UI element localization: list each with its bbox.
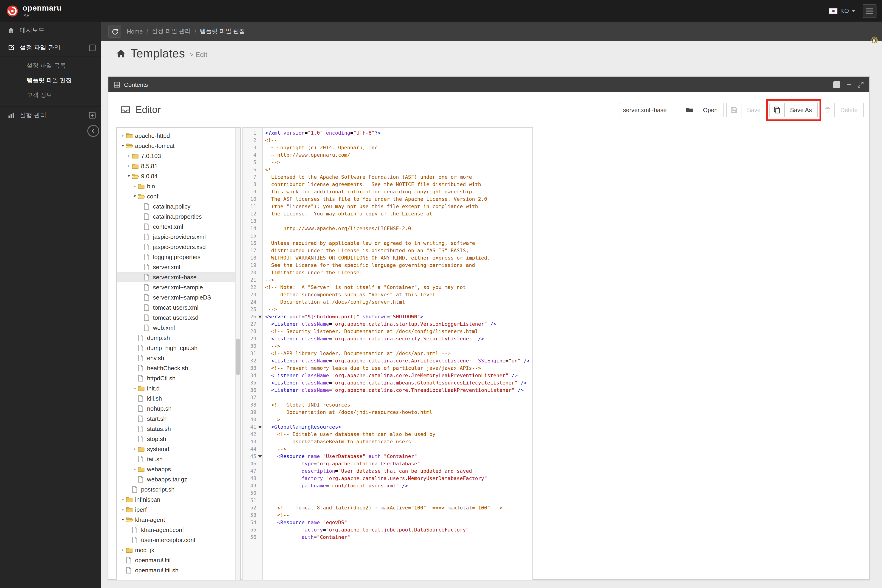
tree-item-web.xml[interactable]: web.xml bbox=[117, 322, 240, 333]
code-editor[interactable]: 1234567891011121314151617181920212223242… bbox=[242, 127, 533, 580]
tree-item-8.5.81[interactable]: ▸8.5.81 bbox=[117, 161, 240, 171]
expand-arrow-icon[interactable]: ▸ bbox=[132, 181, 138, 191]
tree-item-iperf[interactable]: ▸iperf bbox=[117, 504, 240, 514]
code-line[interactable]: Unless required by applicable law or agr… bbox=[265, 240, 532, 247]
save-as-icon-button[interactable] bbox=[769, 103, 784, 117]
code-line[interactable]: <?xml version="1.0" encoding="UTF-8"?> bbox=[265, 129, 532, 137]
code-line[interactable]: limitations under the License. bbox=[265, 269, 532, 276]
code-line[interactable]: <Listener className="org.apache.catalina… bbox=[265, 372, 532, 380]
tree-item-tomcat-users.xml[interactable]: tomcat-users.xml bbox=[117, 302, 240, 312]
tree-item-7.0.103[interactable]: ▸7.0.103 bbox=[117, 151, 240, 161]
collapse-section-icon[interactable] bbox=[89, 44, 96, 51]
code-line[interactable]: <Server port="${shutdown.port}" shutdown… bbox=[265, 313, 532, 321]
filename-input[interactable] bbox=[619, 103, 682, 117]
browse-button[interactable] bbox=[682, 103, 698, 117]
code-line[interactable]: Documentation at /docs/jndi-resources-ho… bbox=[265, 409, 532, 416]
code-line[interactable]: <!-- Global JNDI resources bbox=[265, 402, 532, 409]
code-line[interactable]: distributed under the License is distrib… bbox=[265, 247, 532, 255]
expand-arrow-icon[interactable]: ▸ bbox=[126, 161, 132, 171]
tree-item-init.d[interactable]: ▸init.d bbox=[117, 383, 240, 393]
fold-marker-icon[interactable] bbox=[258, 426, 262, 429]
code-line[interactable]: --> bbox=[265, 416, 532, 423]
code-line[interactable]: <Listener className="org.apache.catalina… bbox=[265, 357, 532, 365]
collapse-arrow-icon[interactable]: ▾ bbox=[120, 141, 126, 151]
code-line[interactable]: pathname="conf/tomcat-users.xml" /> bbox=[265, 482, 532, 490]
tree-item-webapps[interactable]: ▸webapps bbox=[117, 464, 240, 474]
tree-item-tomcat-users.xsd[interactable]: tomcat-users.xsd bbox=[117, 312, 240, 322]
code-line[interactable]: --> bbox=[265, 276, 532, 284]
refresh-button[interactable] bbox=[108, 25, 121, 38]
tree-item-openmaruUtil[interactable]: openmaruUtil bbox=[117, 555, 240, 565]
tree-item-server.xml[interactable]: server.xml bbox=[117, 262, 240, 272]
code-content[interactable]: <?xml version="1.0" encoding="UTF-8"?><!… bbox=[263, 128, 532, 580]
sidebar-item-config-file-management[interactable]: 설정 파일 관리 bbox=[0, 39, 101, 57]
code-line[interactable]: Licensed to the Apache Software Foundati… bbox=[265, 174, 532, 181]
code-line[interactable]: this work for additional information reg… bbox=[265, 188, 532, 196]
language-selector[interactable]: KO bbox=[829, 8, 855, 14]
minimize-icon[interactable] bbox=[846, 82, 852, 87]
tree-item-dump.sh[interactable]: dump.sh bbox=[117, 333, 240, 343]
tree-scrollbar-thumb[interactable] bbox=[236, 339, 240, 375]
logo[interactable]: openmaru iAP bbox=[0, 4, 101, 18]
sidebar-subitem-customer-info[interactable]: 고객 정보 bbox=[0, 88, 101, 102]
expand-arrow-icon[interactable]: ▸ bbox=[120, 130, 126, 141]
code-line[interactable]: contributor license agreements. See the … bbox=[265, 181, 532, 188]
code-line[interactable]: <GlobalNamingResources> bbox=[265, 423, 532, 431]
tree-item-httpdCtl.sh[interactable]: httpdCtl.sh bbox=[117, 373, 240, 383]
collapse-arrow-icon[interactable]: ▾ bbox=[120, 514, 126, 525]
tree-item-mod_jk[interactable]: ▸mod_jk bbox=[117, 545, 240, 555]
tree-item-infinispan[interactable]: ▸infinispan bbox=[117, 494, 240, 504]
code-line[interactable] bbox=[265, 218, 532, 225]
breadcrumb-item[interactable]: 설정 파일 관리 bbox=[152, 27, 191, 35]
expand-arrow-icon[interactable]: ▸ bbox=[120, 494, 126, 504]
code-line[interactable]: auth="Container" bbox=[265, 534, 532, 541]
code-line[interactable]: define subcomponents such as "Valves" at… bbox=[265, 291, 532, 298]
code-line[interactable]: <!-- Note: A "Server" is not itself a "C… bbox=[265, 284, 532, 291]
tree-item-9.0.84[interactable]: ▾9.0.84 bbox=[117, 171, 240, 181]
collapse-arrow-icon[interactable]: ▾ bbox=[132, 191, 138, 201]
tree-item-conf[interactable]: ▾conf bbox=[117, 191, 240, 201]
tree-item-tail.sh[interactable]: tail.sh bbox=[117, 454, 240, 464]
tree-item-apache-tomcat[interactable]: ▾apache-tomcat bbox=[117, 141, 240, 151]
menu-toggle-button[interactable] bbox=[863, 4, 876, 18]
code-line[interactable]: <!--APR library loader. Documentation at… bbox=[265, 350, 532, 357]
code-line[interactable]: <!-- bbox=[265, 166, 532, 174]
tree-item-catalina.policy[interactable]: catalina.policy bbox=[117, 201, 240, 212]
tree-item-server.xml~sampleDS[interactable]: server.xml~sampleDS bbox=[117, 292, 240, 302]
code-line[interactable]: WITHOUT WARRANTIES OR CONDITIONS OF ANY … bbox=[265, 255, 532, 262]
code-line[interactable]: --> bbox=[265, 446, 532, 453]
code-line[interactable]: <!-- bbox=[265, 137, 532, 144]
code-line[interactable]: <Listener className="org.apache.catalina… bbox=[265, 321, 532, 328]
code-line[interactable]: <!-- Tomcat 8 and later(dbcp2) : maxActi… bbox=[265, 504, 532, 512]
settings-gear-button[interactable] bbox=[868, 34, 879, 45]
code-line[interactable]: the License. You may obtain a copy of th… bbox=[265, 210, 532, 218]
tree-item-jaspic-providers.xsd[interactable]: jaspic-providers.xsd bbox=[117, 242, 240, 252]
expand-section-icon[interactable] bbox=[89, 112, 96, 118]
code-line[interactable]: <!-- Prevent memory leaks due to use of … bbox=[265, 365, 532, 372]
sidebar-collapse-button[interactable] bbox=[87, 125, 99, 137]
tree-item-postscript.sh[interactable]: postscript.sh bbox=[117, 484, 240, 494]
save-as-button[interactable]: Save As bbox=[784, 103, 818, 117]
code-line[interactable] bbox=[265, 497, 532, 504]
tree-item-kill.sh[interactable]: kill.sh bbox=[117, 393, 240, 404]
code-line[interactable] bbox=[265, 394, 532, 402]
code-line[interactable]: <Resource name="egovDS" bbox=[265, 519, 532, 526]
breadcrumb-item[interactable]: 템플릿 파일 편집 bbox=[200, 27, 245, 35]
tree-item-apache-httpd[interactable]: ▸apache-httpd bbox=[117, 130, 240, 141]
code-line[interactable]: <Resource name="UserDatabase" auth="Cont… bbox=[265, 453, 532, 460]
code-line[interactable]: type="org.apache.catalina.UserDatabase" bbox=[265, 460, 532, 468]
code-line[interactable]: description="User database that can be u… bbox=[265, 468, 532, 475]
code-line[interactable]: UserDatabaseRealm to authenticate users bbox=[265, 438, 532, 446]
tree-item-openmaruUtil.sh[interactable]: openmaruUtil.sh bbox=[117, 565, 240, 575]
code-line[interactable] bbox=[265, 490, 532, 497]
sidebar-item-run-management[interactable]: 실행 관리 bbox=[0, 106, 101, 124]
code-line[interactable]: <!-- Security listener. Documentation at… bbox=[265, 328, 532, 335]
code-line[interactable]: ~ http://www.opennaru.com/ bbox=[265, 152, 532, 159]
expand-arrow-icon[interactable]: ▸ bbox=[126, 151, 132, 161]
panel-style-button[interactable] bbox=[833, 81, 840, 88]
expand-arrow-icon[interactable]: ▸ bbox=[120, 504, 126, 514]
tree-item-logging.properties[interactable]: logging.properties bbox=[117, 252, 240, 262]
code-line[interactable]: factory="org.apache.tomcat.jdbc.pool.Dat… bbox=[265, 526, 532, 534]
tree-item-server.xml~base[interactable]: server.xml~base bbox=[117, 272, 240, 282]
tree-item-healthCheck.sh[interactable]: healthCheck.sh bbox=[117, 363, 240, 373]
